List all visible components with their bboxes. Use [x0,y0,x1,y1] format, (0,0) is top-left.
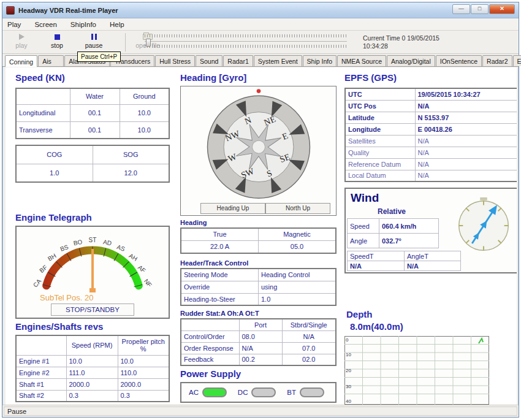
heading-subtitle: Heading [180,219,207,226]
wind-subtitle: Relative [378,207,406,216]
svg-text:AF: AF [137,264,147,274]
playback-slider[interactable] [145,34,347,50]
minimize-button[interactable]: — [452,4,470,14]
power-dc: DC [238,388,276,397]
toolbar-separator [125,33,126,52]
svg-text:AS: AS [116,243,126,253]
svg-text:20: 20 [346,368,351,373]
menu-play[interactable]: Play [7,21,21,28]
menu-screen[interactable]: Screen [34,21,56,28]
telegraph-panel: CA BF BH BS BO ST AD AS AH AF NF SubTe [15,226,170,319]
power-dc-light [251,388,276,397]
svg-text:BO: BO [73,239,83,246]
maximize-button[interactable]: □ [471,4,489,14]
north-up-button[interactable]: North Up [265,203,330,214]
depth-value: 8.0m(40.0m) [350,321,403,332]
play-icon [19,34,25,40]
current-time: Current Time 0 19/05/2015 10:34:28 [363,34,473,50]
wind-panel: Wind Relative Speed060.4 km/h Angle032.7… [344,188,517,273]
svg-text:30: 30 [346,384,351,389]
depth-chart: 0 10 20 30 40 [344,336,489,405]
tab-radar2[interactable]: Radar2 [482,55,512,66]
slider-ticks-top [145,34,347,37]
heading-up-button[interactable]: Heading Up [200,203,265,214]
app-window: Headway VDR Real-time Player — □ ✕ Play … [2,2,519,418]
power-panel: AC DC BT [180,382,337,403]
telegraph-gauge-icon: CA BF BH BS BO ST AD AS AH AF NF [17,227,169,296]
wind-true-table: SpeedTAngleT N/AN/A [347,251,461,271]
tab-ecdis1[interactable]: ECDIS1 [513,55,521,66]
svg-text:AD: AD [102,239,112,246]
slider-track[interactable] [145,41,347,42]
tab-sound[interactable]: Sound [196,55,222,66]
depth-title: Depth [346,309,373,319]
epfs-title: EPFS (GPS) [344,72,397,83]
engines-table: Speed (RPM)Propeller pitch % Engine #110… [15,335,170,402]
compass-panel: N NE E SE S SW W NW Heading Up North Up [180,86,337,216]
svg-text:NF: NF [143,278,153,288]
svg-text:CA: CA [32,278,43,289]
heading-marker-icon [256,89,260,93]
svg-text:BS: BS [59,243,70,253]
tab-ionsentence[interactable]: IOnSentence [436,55,482,66]
rudder-table: PortStbrd/Single Control/Order08.0N/A Or… [180,318,337,366]
track-control-table: Steering ModeHeading Control Overrideusi… [180,268,337,306]
menu-bar: Play Screen ShipInfo Help [2,18,519,31]
power-bt: BT [287,388,324,397]
tab-analog-digital[interactable]: Analog/Digital [387,55,435,66]
wind-relative-table: Speed060.4 km/h Angle032.7° [347,218,439,248]
subtel-position: SubTel Pos. 20 [40,293,93,302]
compass-rose-icon: N NE E SE S SW W NW [200,86,317,200]
heading-table: TrueMagnetic 22.0 A05.0 [180,227,337,254]
telegraph-needle [89,249,96,292]
title-bar: Headway VDR Real-time Player — □ ✕ [2,2,519,18]
engines-title: Engines/Shafts revs [15,321,103,332]
power-title: Power Supply [180,368,241,379]
pause-button[interactable]: pause [77,32,110,53]
power-ac-light [202,388,227,397]
rudder-title: Rudder Stat:A Oh:A Ot:T [180,310,259,317]
toolbar: play stop pause open file Current Time 0… [2,31,519,54]
tab-radar1[interactable]: Radar1 [223,55,253,66]
menu-help[interactable]: Help [110,21,124,28]
status-bar: Pause [2,405,519,417]
stop-standby-button[interactable]: STOP/STANDBY [51,304,134,316]
svg-text:ST: ST [89,237,97,243]
track-control-title: Header/Track Control [180,259,248,267]
app-icon [6,6,15,15]
pause-tooltip: Pause Ctrl+P [77,52,121,62]
tab-nmea-source[interactable]: NMEA Source [337,55,386,66]
window-title: Headway VDR Real-time Player [18,7,118,14]
epfs-table: UTC19/05/2015 10:34:27 UTC PosN/A Latitu… [344,88,517,182]
slider-handle[interactable] [146,39,151,47]
power-ac: AC [189,388,227,397]
menu-shipinfo[interactable]: ShipInfo [70,21,96,28]
slider-ticks-bottom [145,45,347,48]
wind-title: Wind [351,191,379,205]
telegraph-title: Engine Telegraph [15,212,92,223]
pause-icon [91,34,93,40]
tab-conning[interactable]: Conning [5,55,37,67]
speed-table: WaterGround Longitudinal00.110.0 Transve… [15,88,170,139]
tab-hull-stress[interactable]: Hull Stress [155,55,195,66]
svg-text:BH: BH [47,252,58,262]
stop-button[interactable]: stop [40,32,74,53]
wind-dial-icon [454,196,513,255]
close-button[interactable]: ✕ [489,4,515,14]
tab-system-event[interactable]: System Event [254,55,302,66]
conning-page: Speed (KN) WaterGround Longitudinal00.11… [6,67,517,406]
power-bt-light [300,388,324,397]
svg-text:40: 40 [346,399,351,404]
svg-text:0: 0 [346,337,349,343]
svg-text:BF: BF [38,264,48,274]
tab-ship-info[interactable]: Ship Info [303,55,337,66]
gyro-title: Heading [Gyro] [180,72,246,83]
play-button[interactable]: play [5,32,38,53]
status-text: Pause [4,407,517,416]
svg-text:10: 10 [346,352,351,357]
svg-text:AH: AH [127,252,139,262]
tab-ais[interactable]: Ais [38,55,64,66]
stop-icon [55,34,60,40]
cog-sog-table: COGSOG 1.012.0 [15,145,170,183]
speed-title: Speed (KN) [15,72,65,83]
